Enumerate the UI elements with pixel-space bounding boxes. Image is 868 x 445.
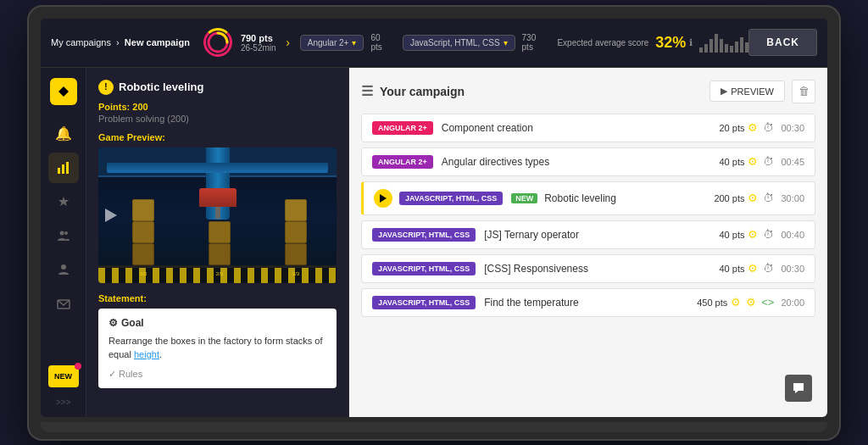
item-time-2: 00:45 bbox=[781, 157, 804, 167]
sidebar: 🔔 bbox=[41, 68, 86, 417]
new-badge-3: NEW bbox=[511, 193, 537, 203]
item-name-4: [JS] Ternary operator bbox=[484, 229, 719, 241]
item-tag-3: JAVASCRIPT, HTML, CSS bbox=[399, 192, 503, 205]
campaign-item-1: ANGULAR 2+ Component creation 20 pts ⚙ ⏱… bbox=[361, 114, 815, 142]
mini-chart bbox=[699, 32, 748, 53]
menu-icon-4[interactable]: ⏱ bbox=[763, 228, 774, 241]
campaign-item-4: JAVASCRIPT, HTML, CSS [JS] Ternary opera… bbox=[361, 220, 815, 249]
sidebar-item-star[interactable] bbox=[48, 186, 79, 217]
svg-rect-1 bbox=[58, 168, 60, 174]
item-icons-4: ⚙ ⏱ bbox=[748, 228, 774, 241]
item-time-4: 00:40 bbox=[781, 230, 804, 240]
expected-pct: 32% bbox=[655, 34, 686, 52]
item-icons-1: ⚙ ⏱ bbox=[748, 121, 774, 134]
sidebar-expand[interactable]: >>> bbox=[56, 398, 71, 407]
item-name-1: Component creation bbox=[442, 122, 720, 134]
campaign-title: ☰ Your campaign bbox=[361, 83, 465, 99]
game-preview-label: Game Preview: bbox=[98, 132, 337, 142]
sidebar-item-chart[interactable] bbox=[48, 153, 79, 183]
item-name-6: Find the temperature bbox=[484, 297, 697, 309]
sidebar-item-user[interactable] bbox=[48, 254, 79, 285]
item-icons-6: ⚙ ⚙ <> bbox=[731, 296, 774, 309]
item-tag-4: JAVASCRIPT, HTML, CSS bbox=[372, 228, 476, 242]
item-name-2: Angular directives types bbox=[442, 156, 720, 168]
rules-link[interactable]: ✓ Rules bbox=[108, 369, 326, 380]
item-tag-2: ANGULAR 2+ bbox=[372, 155, 433, 169]
statement-section: Statement: ⚙ Goal Rearrange the boxes in… bbox=[98, 293, 337, 388]
item-pts-3: 200 pts bbox=[714, 193, 744, 203]
sidebar-new-badge[interactable]: NEW bbox=[48, 365, 79, 387]
svg-point-4 bbox=[59, 231, 64, 235]
tag-js-pill[interactable]: JavaScript, HTML, CSS ▾ bbox=[403, 35, 515, 51]
item-name-3: Robotic leveling bbox=[544, 192, 714, 204]
gear-icon-5[interactable]: ⚙ bbox=[748, 262, 758, 275]
item-pts-2: 40 pts bbox=[720, 157, 745, 167]
sidebar-item-mail[interactable] bbox=[48, 288, 79, 319]
campaign-header: ☰ Your campaign ▶ PREVIEW 🗑 bbox=[361, 80, 815, 103]
panel-title: ! Robotic leveling bbox=[98, 80, 337, 95]
panel-icon: ! bbox=[98, 80, 114, 95]
arrow-icon: › bbox=[286, 36, 290, 49]
svg-point-5 bbox=[64, 231, 68, 235]
delete-button[interactable]: 🗑 bbox=[792, 80, 815, 103]
item-tag-5: JAVASCRIPT, HTML, CSS bbox=[372, 262, 476, 275]
menu-icon-3[interactable]: ⏱ bbox=[763, 192, 774, 204]
campaign-icon: ☰ bbox=[361, 83, 373, 99]
campaign-item-6: JAVASCRIPT, HTML, CSS Find the temperatu… bbox=[361, 288, 815, 317]
preview-button[interactable]: ▶ PREVIEW bbox=[709, 81, 785, 102]
item-pts-5: 40 pts bbox=[720, 264, 745, 274]
laptop-base bbox=[41, 422, 827, 432]
svg-rect-3 bbox=[66, 162, 69, 174]
back-button[interactable]: BACK bbox=[748, 29, 817, 56]
expected-label: Expected average score bbox=[557, 38, 648, 47]
item-tag-6: JAVASCRIPT, HTML, CSS bbox=[372, 296, 476, 309]
panel-problem: Problem solving (200) bbox=[98, 114, 337, 124]
play-icon: ▶ bbox=[721, 86, 727, 97]
left-panel: ! Robotic leveling Points: 200 Problem s… bbox=[86, 68, 349, 417]
gear-icon-2[interactable]: ⚙ bbox=[748, 155, 758, 168]
svg-point-6 bbox=[61, 264, 66, 270]
item-time-5: 00:30 bbox=[781, 264, 804, 274]
statement-box: ⚙ Goal Rearrange the boxes in the factor… bbox=[98, 309, 337, 388]
play-item-btn-3[interactable] bbox=[374, 189, 392, 208]
chat-button[interactable] bbox=[785, 375, 812, 402]
sidebar-logo[interactable] bbox=[50, 78, 77, 105]
goal-text: Rearrange the boxes in the factory to fo… bbox=[108, 334, 326, 362]
item-tag-1: ANGULAR 2+ bbox=[372, 121, 433, 135]
sidebar-item-bell[interactable]: 🔔 bbox=[48, 119, 79, 149]
gear-icon-6b[interactable]: ⚙ bbox=[746, 296, 756, 309]
item-pts-1: 20 pts bbox=[720, 123, 745, 133]
gear-icon-1[interactable]: ⚙ bbox=[748, 121, 758, 134]
item-icons-2: ⚙ ⏱ bbox=[748, 155, 774, 168]
item-time-1: 00:30 bbox=[781, 123, 804, 133]
breadcrumb: My campaigns › New campaign bbox=[51, 37, 190, 47]
item-pts-6: 450 pts bbox=[697, 298, 727, 308]
panel-points: Points: 200 bbox=[98, 102, 337, 112]
tag-angular-pill[interactable]: Angular 2+ ▾ bbox=[300, 35, 364, 51]
item-icons-3: ⚙ ⏱ bbox=[748, 192, 774, 204]
game-preview: 3/3 2/3 3/3 bbox=[98, 147, 337, 283]
right-panel: ☰ Your campaign ▶ PREVIEW 🗑 ANGULAR 2+ C bbox=[349, 68, 827, 417]
svg-rect-2 bbox=[62, 164, 64, 174]
main-content: 🔔 bbox=[41, 68, 827, 417]
statement-label: Statement: bbox=[98, 293, 337, 303]
campaign-item-3: JAVASCRIPT, HTML, CSS NEW Robotic leveli… bbox=[361, 181, 815, 215]
item-time-3: 30:00 bbox=[781, 193, 804, 203]
gear-icon-3[interactable]: ⚙ bbox=[748, 192, 758, 204]
gear-icon-6a[interactable]: ⚙ bbox=[731, 296, 741, 309]
goal-title: ⚙ Goal bbox=[108, 317, 326, 329]
sidebar-item-people[interactable] bbox=[48, 220, 79, 251]
tag1-pts: 60 pts bbox=[370, 33, 389, 52]
gear-icon-4[interactable]: ⚙ bbox=[748, 228, 758, 241]
campaign-item-2: ANGULAR 2+ Angular directives types 40 p… bbox=[361, 147, 815, 176]
topbar: My campaigns › New campaign 790 pts 26-5… bbox=[41, 19, 827, 68]
code-icon-6[interactable]: <> bbox=[761, 296, 774, 309]
menu-icon-1[interactable]: ⏱ bbox=[763, 121, 774, 134]
goal-icon: ⚙ bbox=[108, 317, 118, 329]
item-name-5: [CSS] Responsiveness bbox=[484, 263, 719, 275]
info-icon[interactable]: ℹ bbox=[689, 37, 693, 48]
svg-marker-8 bbox=[380, 194, 387, 203]
item-pts-4: 40 pts bbox=[720, 230, 745, 240]
menu-icon-2[interactable]: ⏱ bbox=[763, 155, 774, 168]
menu-icon-5[interactable]: ⏱ bbox=[763, 262, 774, 275]
